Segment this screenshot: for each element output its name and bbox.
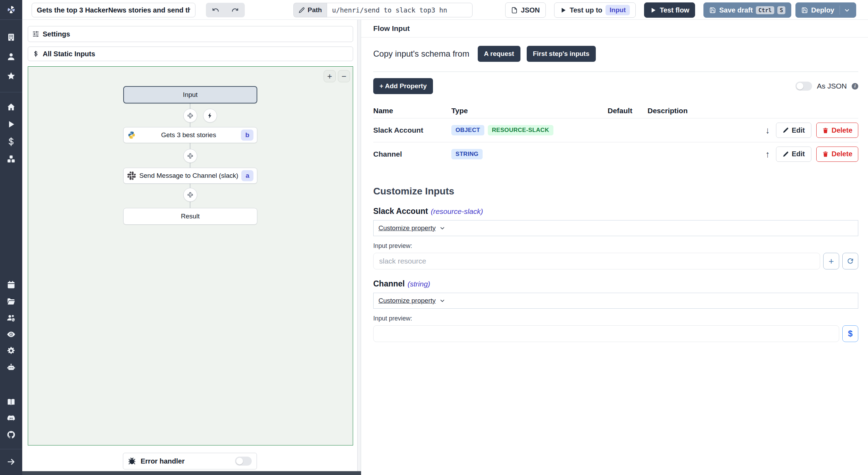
move-up-arrow[interactable]: ↑ [765, 150, 770, 159]
pencil-icon [783, 151, 789, 157]
move-down-arrow[interactable]: ↓ [765, 126, 770, 135]
refresh-button[interactable] [842, 253, 858, 269]
trash-icon [822, 151, 829, 157]
discord-icon[interactable] [6, 413, 16, 424]
slack-account-preview-input[interactable] [373, 253, 820, 269]
edit-property-button[interactable]: Edit [776, 147, 811, 162]
customize-item-type: (string) [408, 280, 430, 288]
edit-property-button[interactable]: Edit [776, 123, 811, 138]
play-icon [560, 7, 567, 14]
path-input[interactable] [327, 3, 473, 17]
settings-gear-icon[interactable] [6, 345, 16, 356]
error-handler-toggle[interactable] [235, 457, 252, 466]
flow-node-result[interactable]: Result [123, 208, 257, 225]
play-icon [650, 7, 657, 14]
add-step-button[interactable] [183, 188, 197, 202]
input-preview-label: Input preview: [373, 242, 858, 250]
flow-node-step-b[interactable]: Gets 3 best stories b [123, 127, 257, 143]
variables-dollar-icon[interactable] [6, 136, 16, 147]
horizontal-scrollbar[interactable] [22, 471, 361, 475]
pencil-icon [783, 127, 789, 133]
type-badge-string: STRING [451, 149, 483, 159]
flow-title-input[interactable] [32, 3, 195, 17]
type-badge-object: OBJECT [451, 125, 484, 135]
path-edit-button[interactable]: Path [293, 3, 327, 17]
property-row-slack-account: Slack Account OBJECT RESOURCE-SLACK ↓ Ed… [373, 118, 858, 142]
copy-from-first-step-button[interactable]: First step's inputs [527, 46, 596, 62]
favorites-star-icon[interactable] [6, 71, 16, 81]
redo-icon [231, 6, 239, 14]
settings-bar[interactable]: Settings [28, 26, 353, 42]
collapse-arrow-icon[interactable] [6, 457, 16, 467]
zoom-in-button[interactable]: + [324, 70, 336, 82]
copy-from-request-button[interactable]: A request [478, 46, 520, 62]
user-icon[interactable] [6, 51, 16, 62]
test-up-to-button[interactable]: Test up to Input [554, 2, 636, 18]
undo-button[interactable] [206, 3, 225, 17]
redo-button[interactable] [225, 3, 245, 17]
save-draft-button[interactable]: Save draft Ctrl S [703, 2, 791, 18]
groups-icon[interactable] [6, 313, 16, 323]
properties-table: Name Type Default Description Slack Acco… [373, 103, 858, 166]
step-id-badge: b [241, 130, 253, 141]
resources-cubes-icon[interactable] [6, 154, 16, 164]
all-static-inputs-bar[interactable]: All Static Inputs [28, 47, 353, 61]
add-step-button[interactable] [183, 149, 197, 163]
folders-icon[interactable] [6, 296, 16, 307]
add-step-button[interactable] [183, 109, 197, 123]
workers-robot-icon[interactable] [6, 362, 16, 373]
flow-input-panel: Flow Input Copy input's schema from A re… [361, 20, 868, 475]
docs-book-icon[interactable] [6, 397, 16, 407]
schedules-calendar-icon[interactable] [6, 280, 16, 290]
variable-picker-button[interactable]: $ [842, 325, 858, 342]
delete-property-button[interactable]: Delete [816, 123, 858, 138]
info-icon[interactable]: i [852, 83, 858, 90]
col-header-default: Default [608, 107, 648, 115]
audit-eye-icon[interactable] [6, 329, 16, 340]
chevron-down-icon[interactable] [439, 298, 445, 304]
test-up-to-label: Test up to [570, 6, 602, 14]
save-icon [709, 7, 716, 14]
customize-item-heading: Slack Account(resource-slack) [373, 207, 858, 216]
step-id-badge: a [241, 170, 253, 181]
python-icon [127, 131, 136, 140]
add-trigger-button[interactable] [203, 109, 217, 123]
runs-play-icon[interactable] [6, 119, 16, 130]
test-flow-button[interactable]: Test flow [644, 2, 695, 18]
settings-bar-label: Settings [43, 30, 70, 38]
deploy-label: Deploy [811, 6, 834, 14]
customize-property-link[interactable]: Customize property [378, 297, 436, 305]
delete-property-button[interactable]: Delete [816, 147, 858, 162]
json-button[interactable]: JSON [505, 2, 545, 18]
channel-preview-input[interactable] [373, 325, 839, 342]
sidebar-divider [0, 449, 22, 449]
flow-node-step-a[interactable]: Send Message to Channel (slack) a [123, 168, 257, 184]
deploy-button[interactable]: Deploy [795, 2, 856, 18]
add-property-button[interactable]: + Add Property [373, 78, 433, 94]
undo-icon [212, 6, 219, 14]
test-up-to-target-badge[interactable]: Input [606, 5, 630, 15]
as-json-toggle[interactable] [795, 82, 812, 91]
zoom-out-button[interactable]: − [338, 70, 350, 82]
panel-splitter[interactable] [357, 20, 361, 475]
slack-icon [127, 171, 136, 180]
undo-redo-group [206, 3, 245, 17]
home-icon[interactable] [6, 102, 16, 112]
shortcut-ctrl: Ctrl [756, 6, 774, 14]
deploy-separator [840, 6, 840, 15]
flow-node-input[interactable]: Input [123, 86, 257, 103]
dollar-icon [32, 50, 39, 57]
workspace-building-icon[interactable] [6, 32, 16, 42]
sidebar-divider [0, 19, 22, 20]
chevron-down-icon[interactable] [439, 225, 445, 231]
add-resource-button[interactable]: + [823, 253, 839, 269]
error-handler-bar[interactable]: Error handler [123, 453, 257, 469]
lightning-icon [207, 112, 214, 119]
customize-item-heading: Channel(string) [373, 279, 858, 289]
github-icon[interactable] [6, 430, 16, 440]
windmill-logo-icon[interactable] [6, 5, 16, 15]
flow-canvas[interactable]: + − Input Gets 3 best stories b Send Mes… [28, 66, 353, 445]
input-preview-label: Input preview: [373, 315, 858, 322]
chevron-down-icon [844, 7, 850, 14]
customize-property-link[interactable]: Customize property [378, 224, 436, 232]
